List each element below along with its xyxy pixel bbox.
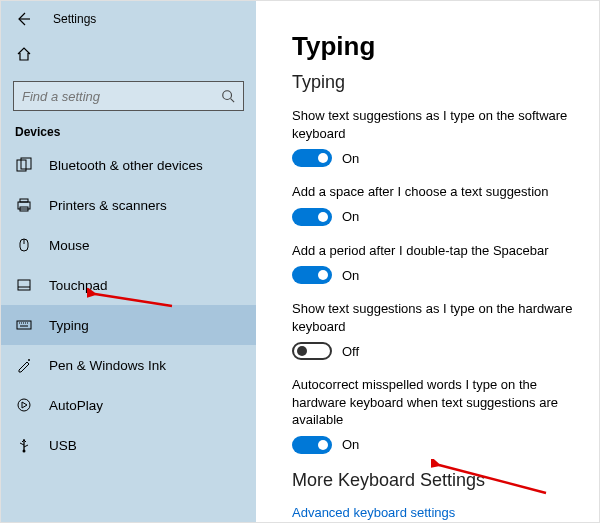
page-title: Typing xyxy=(292,31,575,62)
setting-label: Add a period after I double-tap the Spac… xyxy=(292,242,575,260)
sidebar: Settings Devices Bluetooth & other devic… xyxy=(1,1,256,522)
svg-rect-12 xyxy=(17,321,31,329)
setting-row: Add a period after I double-tap the Spac… xyxy=(292,242,575,285)
svg-rect-10 xyxy=(18,280,30,290)
toggle-switch[interactable] xyxy=(292,208,332,226)
sidebar-item-label: Printers & scanners xyxy=(49,198,167,213)
keyboard-icon xyxy=(15,316,33,334)
search-icon xyxy=(221,89,235,103)
home-button[interactable] xyxy=(1,41,256,75)
toggle-state-label: On xyxy=(342,268,359,283)
printer-icon xyxy=(15,196,33,214)
sidebar-item-label: Bluetooth & other devices xyxy=(49,158,203,173)
sidebar-item-typing[interactable]: Typing xyxy=(1,305,256,345)
mouse-icon xyxy=(15,236,33,254)
titlebar: Settings xyxy=(1,1,256,41)
bluetooth-devices-icon xyxy=(15,156,33,174)
touchpad-icon xyxy=(15,276,33,294)
pen-icon xyxy=(15,356,33,374)
toggle-switch[interactable] xyxy=(292,266,332,284)
toggle-state-label: On xyxy=(342,437,359,452)
svg-line-2 xyxy=(231,99,235,103)
svg-point-1 xyxy=(223,91,232,100)
setting-label: Show text suggestions as I type on the s… xyxy=(292,107,575,142)
toggle-state-label: On xyxy=(342,209,359,224)
setting-label: Show text suggestions as I type on the h… xyxy=(292,300,575,335)
toggle-switch[interactable] xyxy=(292,149,332,167)
setting-row: Autocorrect misspelled words I type on t… xyxy=(292,376,575,454)
svg-point-22 xyxy=(23,450,26,453)
setting-label: Autocorrect misspelled words I type on t… xyxy=(292,376,575,429)
section-title-more-keyboard: More Keyboard Settings xyxy=(292,470,575,491)
sidebar-item-touchpad[interactable]: Touchpad xyxy=(1,265,256,305)
section-label: Devices xyxy=(15,125,242,139)
nav-list: Bluetooth & other devicesPrinters & scan… xyxy=(1,145,256,465)
usb-icon xyxy=(15,436,33,454)
sidebar-item-label: Typing xyxy=(49,318,89,333)
section-title-typing: Typing xyxy=(292,72,575,93)
setting-row: Show text suggestions as I type on the s… xyxy=(292,107,575,167)
setting-row: Show text suggestions as I type on the h… xyxy=(292,300,575,360)
setting-label: Add a space after I choose a text sugges… xyxy=(292,183,575,201)
svg-point-20 xyxy=(18,399,30,411)
sidebar-item-autoplay[interactable]: AutoPlay xyxy=(1,385,256,425)
sidebar-item-label: Mouse xyxy=(49,238,90,253)
advanced-keyboard-link[interactable]: Advanced keyboard settings xyxy=(292,505,455,520)
search-input-container[interactable] xyxy=(13,81,244,111)
sidebar-item-label: USB xyxy=(49,438,77,453)
toggle-state-label: Off xyxy=(342,344,359,359)
toggle-switch[interactable] xyxy=(292,342,332,360)
content-area: Typing Typing Show text suggestions as I… xyxy=(256,1,599,522)
svg-point-19 xyxy=(28,359,30,361)
sidebar-item-printers-scanners[interactable]: Printers & scanners xyxy=(1,185,256,225)
sidebar-item-pen-windows-ink[interactable]: Pen & Windows Ink xyxy=(1,345,256,385)
sidebar-item-label: Pen & Windows Ink xyxy=(49,358,166,373)
sidebar-item-usb[interactable]: USB xyxy=(1,425,256,465)
svg-rect-6 xyxy=(20,199,28,202)
home-icon xyxy=(15,45,33,63)
search-input[interactable] xyxy=(22,89,202,104)
sidebar-item-mouse[interactable]: Mouse xyxy=(1,225,256,265)
autoplay-icon xyxy=(15,396,33,414)
toggle-state-label: On xyxy=(342,151,359,166)
setting-row: Add a space after I choose a text sugges… xyxy=(292,183,575,226)
sidebar-item-label: Touchpad xyxy=(49,278,108,293)
sidebar-item-label: AutoPlay xyxy=(49,398,103,413)
back-arrow-icon[interactable] xyxy=(13,9,33,29)
toggle-switch[interactable] xyxy=(292,436,332,454)
app-title: Settings xyxy=(53,12,96,26)
sidebar-item-bluetooth-other-devices[interactable]: Bluetooth & other devices xyxy=(1,145,256,185)
